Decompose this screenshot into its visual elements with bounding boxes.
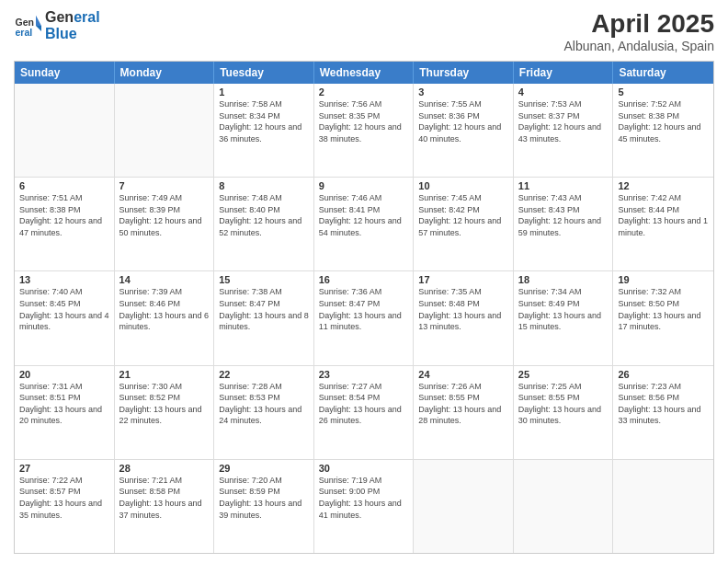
calendar-cell: 20Sunrise: 7:31 AMSunset: 8:51 PMDayligh… [15, 366, 115, 459]
calendar-body: 1Sunrise: 7:58 AMSunset: 8:34 PMDaylight… [15, 84, 713, 553]
day-number: 19 [618, 274, 709, 285]
calendar-cell: 28Sunrise: 7:21 AMSunset: 8:58 PMDayligh… [115, 460, 215, 553]
day-number: 11 [518, 180, 609, 191]
cell-info: Sunrise: 7:28 AMSunset: 8:53 PMDaylight:… [219, 381, 309, 427]
cell-info: Sunrise: 7:39 AMSunset: 8:46 PMDaylight:… [119, 286, 210, 332]
logo-line1: General [45, 9, 100, 26]
day-number: 17 [418, 274, 508, 285]
calendar-cell: 5Sunrise: 7:52 AMSunset: 8:38 PMDaylight… [613, 84, 713, 177]
calendar-row-4: 27Sunrise: 7:22 AMSunset: 8:57 PMDayligh… [15, 460, 713, 553]
header-day-sunday: Sunday [15, 62, 115, 84]
cell-info: Sunrise: 7:46 AMSunset: 8:41 PMDaylight:… [319, 192, 409, 238]
day-number: 20 [19, 369, 109, 380]
cell-info: Sunrise: 7:42 AMSunset: 8:44 PMDaylight:… [618, 192, 709, 238]
calendar-row-0: 1Sunrise: 7:58 AMSunset: 8:34 PMDaylight… [15, 84, 713, 178]
calendar-cell: 15Sunrise: 7:38 AMSunset: 8:47 PMDayligh… [214, 271, 314, 364]
day-number: 27 [19, 463, 109, 474]
calendar-cell: 6Sunrise: 7:51 AMSunset: 8:38 PMDaylight… [15, 178, 115, 270]
cell-info: Sunrise: 7:27 AMSunset: 8:54 PMDaylight:… [319, 381, 409, 427]
cell-info: Sunrise: 7:56 AMSunset: 8:35 PMDaylight:… [319, 98, 409, 144]
day-number: 9 [319, 180, 409, 191]
calendar-cell: 30Sunrise: 7:19 AMSunset: 9:00 PMDayligh… [314, 460, 415, 553]
day-number: 25 [518, 369, 609, 380]
day-number: 23 [319, 369, 409, 380]
day-number: 16 [319, 274, 409, 285]
calendar-cell [15, 84, 115, 177]
day-number: 15 [219, 274, 309, 285]
calendar-cell [514, 460, 614, 553]
day-number: 4 [518, 86, 609, 98]
day-number: 14 [119, 274, 210, 285]
calendar-cell: 11Sunrise: 7:43 AMSunset: 8:43 PMDayligh… [514, 178, 614, 270]
calendar: SundayMondayTuesdayWednesdayThursdayFrid… [14, 61, 714, 554]
calendar-row-2: 13Sunrise: 7:40 AMSunset: 8:45 PMDayligh… [15, 271, 713, 365]
page: Gen eral General Blue April 2025 Albunan… [0, 0, 728, 563]
title-block: April 2025 Albunan, Andalusia, Spain [564, 9, 714, 53]
cell-info: Sunrise: 7:19 AMSunset: 9:00 PMDaylight:… [319, 475, 409, 521]
calendar-cell: 19Sunrise: 7:32 AMSunset: 8:50 PMDayligh… [613, 271, 713, 364]
cell-info: Sunrise: 7:52 AMSunset: 8:38 PMDaylight:… [618, 98, 709, 144]
calendar-cell: 21Sunrise: 7:30 AMSunset: 8:52 PMDayligh… [115, 366, 215, 459]
day-number: 1 [219, 86, 309, 98]
cell-info: Sunrise: 7:43 AMSunset: 8:43 PMDaylight:… [518, 192, 609, 238]
day-number: 26 [618, 369, 709, 380]
calendar-cell: 25Sunrise: 7:25 AMSunset: 8:55 PMDayligh… [514, 366, 614, 459]
cell-info: Sunrise: 7:36 AMSunset: 8:47 PMDaylight:… [319, 286, 409, 332]
cell-info: Sunrise: 7:20 AMSunset: 8:59 PMDaylight:… [219, 475, 309, 521]
calendar-cell: 3Sunrise: 7:55 AMSunset: 8:36 PMDaylight… [414, 84, 514, 177]
logo-text-block: General Blue [45, 9, 100, 41]
cell-info: Sunrise: 7:32 AMSunset: 8:50 PMDaylight:… [618, 286, 709, 332]
header-day-wednesday: Wednesday [314, 62, 415, 84]
day-number: 2 [319, 86, 409, 98]
calendar-cell: 14Sunrise: 7:39 AMSunset: 8:46 PMDayligh… [115, 271, 215, 364]
calendar-cell [613, 460, 713, 553]
header-day-tuesday: Tuesday [214, 62, 314, 84]
main-title: April 2025 [564, 9, 714, 39]
cell-info: Sunrise: 7:45 AMSunset: 8:42 PMDaylight:… [418, 192, 508, 238]
cell-info: Sunrise: 7:34 AMSunset: 8:49 PMDaylight:… [518, 286, 609, 332]
logo: Gen eral General Blue [14, 9, 100, 41]
day-number: 18 [518, 274, 609, 285]
day-number: 21 [119, 369, 210, 380]
calendar-cell: 9Sunrise: 7:46 AMSunset: 8:41 PMDaylight… [314, 178, 415, 270]
svg-marker-2 [36, 15, 41, 25]
cell-info: Sunrise: 7:58 AMSunset: 8:34 PMDaylight:… [219, 98, 309, 144]
day-number: 5 [618, 86, 709, 98]
cell-info: Sunrise: 7:40 AMSunset: 8:45 PMDaylight:… [19, 286, 109, 332]
calendar-cell: 7Sunrise: 7:49 AMSunset: 8:39 PMDaylight… [115, 178, 215, 270]
calendar-cell [115, 84, 215, 177]
subtitle: Albunan, Andalusia, Spain [564, 39, 714, 53]
cell-info: Sunrise: 7:31 AMSunset: 8:51 PMDaylight:… [19, 381, 109, 427]
header-day-thursday: Thursday [414, 62, 514, 84]
day-number: 13 [19, 274, 109, 285]
day-number: 8 [219, 180, 309, 191]
calendar-cell: 13Sunrise: 7:40 AMSunset: 8:45 PMDayligh… [15, 271, 115, 364]
calendar-cell: 26Sunrise: 7:23 AMSunset: 8:56 PMDayligh… [613, 366, 713, 459]
day-number: 22 [219, 369, 309, 380]
day-number: 24 [418, 369, 508, 380]
calendar-cell: 8Sunrise: 7:48 AMSunset: 8:40 PMDaylight… [214, 178, 314, 270]
cell-info: Sunrise: 7:35 AMSunset: 8:48 PMDaylight:… [418, 286, 508, 332]
calendar-cell: 24Sunrise: 7:26 AMSunset: 8:55 PMDayligh… [414, 366, 514, 459]
calendar-cell: 27Sunrise: 7:22 AMSunset: 8:57 PMDayligh… [15, 460, 115, 553]
calendar-cell: 17Sunrise: 7:35 AMSunset: 8:48 PMDayligh… [414, 271, 514, 364]
calendar-cell [414, 460, 514, 553]
cell-info: Sunrise: 7:21 AMSunset: 8:58 PMDaylight:… [119, 475, 210, 521]
header: Gen eral General Blue April 2025 Albunan… [14, 9, 714, 53]
day-number: 29 [219, 463, 309, 474]
cell-info: Sunrise: 7:53 AMSunset: 8:37 PMDaylight:… [518, 98, 609, 144]
calendar-row-3: 20Sunrise: 7:31 AMSunset: 8:51 PMDayligh… [15, 366, 713, 460]
svg-marker-3 [36, 26, 41, 31]
day-number: 28 [119, 463, 210, 474]
day-number: 12 [618, 180, 709, 191]
calendar-cell: 29Sunrise: 7:20 AMSunset: 8:59 PMDayligh… [214, 460, 314, 553]
calendar-cell: 12Sunrise: 7:42 AMSunset: 8:44 PMDayligh… [613, 178, 713, 270]
cell-info: Sunrise: 7:55 AMSunset: 8:36 PMDaylight:… [418, 98, 508, 144]
cell-info: Sunrise: 7:48 AMSunset: 8:40 PMDaylight:… [219, 192, 309, 238]
calendar-cell: 10Sunrise: 7:45 AMSunset: 8:42 PMDayligh… [414, 178, 514, 270]
calendar-cell: 2Sunrise: 7:56 AMSunset: 8:35 PMDaylight… [314, 84, 415, 177]
header-day-monday: Monday [115, 62, 215, 84]
calendar-cell: 4Sunrise: 7:53 AMSunset: 8:37 PMDaylight… [514, 84, 614, 177]
calendar-cell: 18Sunrise: 7:34 AMSunset: 8:49 PMDayligh… [514, 271, 614, 364]
day-number: 10 [418, 180, 508, 191]
